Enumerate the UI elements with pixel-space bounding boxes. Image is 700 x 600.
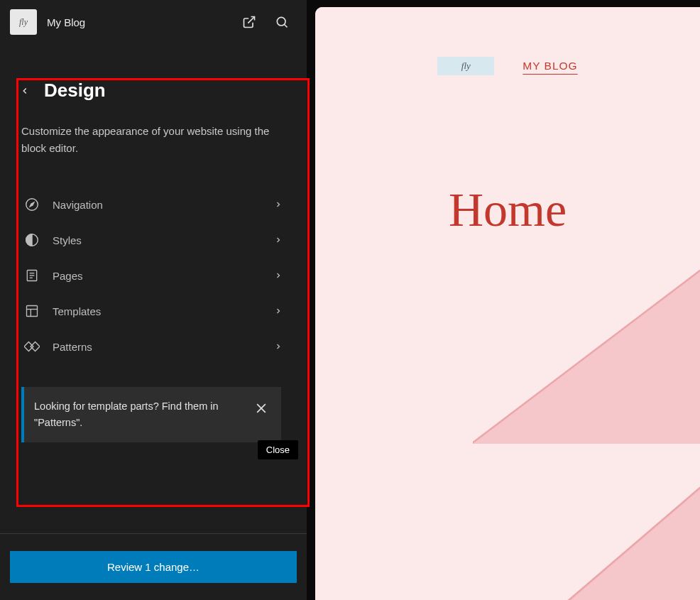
patterns-icon: [24, 339, 40, 354]
site-preview[interactable]: fly MY BLOG Home: [315, 7, 700, 600]
info-notice: Looking for template parts? Find them in…: [21, 387, 281, 442]
preview-canvas: fly MY BLOG Home: [315, 7, 700, 600]
design-menu: Navigation Styles Pages: [21, 187, 300, 364]
design-panel: Design Customize the appearance of your …: [0, 44, 307, 442]
chevron-right-icon: [274, 271, 283, 280]
menu-item-styles[interactable]: Styles: [21, 222, 300, 258]
search-icon[interactable]: [274, 14, 290, 30]
panel-description: Customize the appearance of your website…: [21, 123, 277, 157]
menu-item-pages[interactable]: Pages: [21, 258, 300, 293]
preview-page-title: Home: [315, 182, 700, 238]
review-changes-button[interactable]: Review 1 change…: [10, 551, 297, 583]
close-tooltip: Close: [258, 440, 298, 459]
notice-text: Looking for template parts? Find them in…: [34, 398, 251, 431]
editor-sidebar: fly My Blog Design Customize the appeara…: [0, 0, 307, 600]
menu-label: Patterns: [53, 341, 261, 353]
svg-rect-13: [24, 342, 33, 351]
site-logo[interactable]: fly: [10, 9, 37, 35]
styles-icon: [24, 232, 40, 248]
decorative-shape: [473, 266, 700, 444]
chevron-right-icon: [274, 236, 283, 244]
svg-marker-4: [30, 202, 34, 207]
menu-item-templates[interactable]: Templates: [21, 293, 300, 329]
svg-point-1: [277, 17, 285, 26]
menu-label: Styles: [53, 234, 261, 246]
chevron-right-icon: [274, 342, 283, 351]
preview-hero: Home: [315, 182, 700, 238]
templates-icon: [24, 303, 40, 319]
open-site-icon[interactable]: [241, 14, 257, 30]
svg-line-0: [248, 17, 254, 23]
sidebar-topbar: fly My Blog: [0, 0, 307, 44]
preview-logo[interactable]: fly: [437, 57, 494, 75]
menu-item-navigation[interactable]: Navigation: [21, 187, 300, 222]
notice-close-button[interactable]: [251, 398, 271, 418]
menu-label: Navigation: [53, 199, 261, 211]
preview-header: fly MY BLOG: [315, 7, 700, 75]
svg-line-2: [285, 25, 288, 28]
svg-rect-10: [27, 306, 38, 317]
menu-label: Templates: [53, 305, 261, 317]
chevron-right-icon: [274, 307, 283, 315]
preview-site-link[interactable]: MY BLOG: [523, 60, 577, 72]
back-button[interactable]: [20, 86, 30, 96]
site-title[interactable]: My Blog: [47, 16, 231, 28]
sidebar-footer: Review 1 change…: [0, 533, 307, 600]
menu-item-patterns[interactable]: Patterns: [21, 329, 300, 364]
svg-rect-14: [31, 342, 40, 351]
panel-title: Design: [44, 80, 106, 102]
pages-icon: [24, 268, 40, 283]
compass-icon: [24, 197, 40, 212]
chevron-right-icon: [274, 200, 283, 209]
decorative-shape: [558, 483, 700, 600]
menu-label: Pages: [53, 270, 261, 282]
